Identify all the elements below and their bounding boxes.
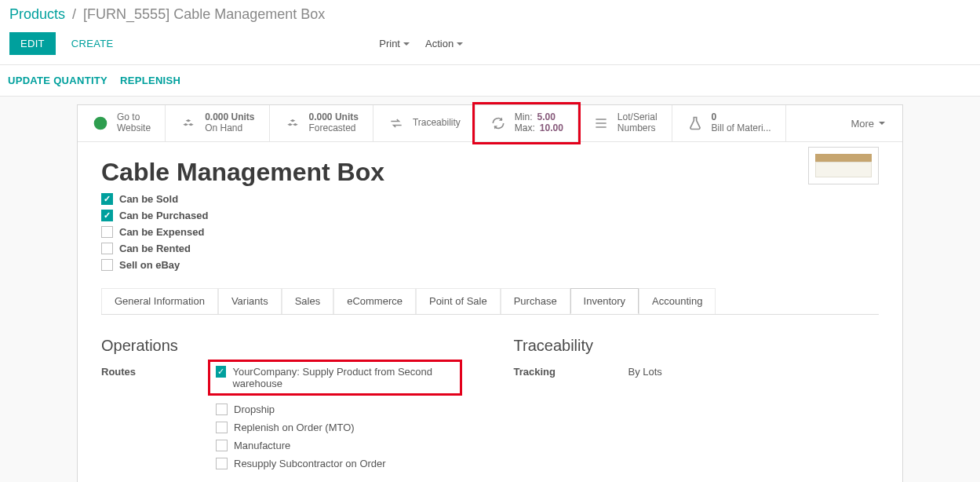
checkbox[interactable] bbox=[216, 458, 228, 469]
tab-accounting[interactable]: Accounting bbox=[639, 288, 716, 314]
more-label: More bbox=[851, 118, 874, 130]
stat-label: Traceability bbox=[413, 118, 461, 129]
flag-label: Can be Expensed bbox=[119, 226, 204, 238]
checkbox[interactable]: ✓ bbox=[101, 193, 113, 205]
stat-value: 0.000 Units bbox=[205, 112, 254, 123]
action-label: Action bbox=[425, 38, 454, 49]
stat-reordering-minmax[interactable]: Min: 5.00 Max: 10.00 bbox=[475, 105, 578, 141]
tab-point-of-sale[interactable]: Point of Sale bbox=[416, 288, 501, 314]
edit-button[interactable]: EDIT bbox=[9, 32, 56, 55]
tracking-field-value: By Lots bbox=[628, 366, 662, 378]
flag-sell-on-ebay: Sell on eBay bbox=[101, 259, 384, 271]
exchange-icon bbox=[388, 115, 405, 132]
route-label: Dropship bbox=[234, 403, 275, 415]
tab-sales[interactable]: Sales bbox=[282, 288, 334, 314]
stat-on-hand[interactable]: 0.000 Units On Hand bbox=[166, 105, 269, 141]
checkbox[interactable] bbox=[101, 243, 113, 254]
flag-label: Sell on eBay bbox=[119, 259, 180, 271]
route-label: Replenish on Order (MTO) bbox=[234, 422, 355, 433]
stat-label: Bill of Materi... bbox=[712, 123, 771, 134]
route-item: Replenish on Order (MTO) bbox=[216, 422, 454, 433]
max-label: Max: bbox=[515, 123, 535, 134]
globe-icon bbox=[92, 115, 109, 132]
route-item: Dropship bbox=[216, 403, 454, 415]
update-quantity-button[interactable]: UPDATE QUANTITY bbox=[8, 75, 107, 86]
checkbox[interactable]: ✓ bbox=[101, 210, 113, 221]
stat-line2: Website bbox=[117, 123, 151, 134]
tab-bar: General InformationVariantsSaleseCommerc… bbox=[101, 288, 879, 315]
stat-line1: Lot/Serial bbox=[618, 112, 658, 123]
chevron-down-icon bbox=[879, 122, 885, 125]
product-image-thumbnail[interactable] bbox=[808, 147, 879, 184]
tab-ecommerce[interactable]: eCommerce bbox=[333, 288, 416, 314]
print-label: Print bbox=[379, 38, 400, 49]
stat-go-to-website[interactable]: Go to Website bbox=[78, 105, 166, 141]
refresh-icon bbox=[490, 115, 507, 132]
page-title: Cable Management Box bbox=[101, 158, 384, 187]
flag-can-be-sold: ✓Can be Sold bbox=[101, 193, 384, 205]
chevron-down-icon bbox=[403, 42, 410, 46]
chevron-down-icon bbox=[457, 42, 463, 46]
stat-line2: Numbers bbox=[618, 123, 658, 134]
routes-field-label: Routes bbox=[101, 366, 180, 378]
route-label: Manufacture bbox=[234, 440, 290, 451]
min-label: Min: bbox=[515, 112, 533, 123]
stat-row: Go to Website 0.000 Units On Hand 0.00 bbox=[78, 105, 902, 142]
flag-label: Can be Sold bbox=[119, 193, 178, 205]
stat-lot-serial[interactable]: Lot/Serial Numbers bbox=[578, 105, 672, 141]
route-item: Manufacture bbox=[216, 440, 454, 451]
stat-bom[interactable]: 0 Bill of Materi... bbox=[672, 105, 786, 141]
checkbox[interactable]: ✓ bbox=[216, 366, 226, 378]
tracking-field-label: Tracking bbox=[514, 366, 592, 378]
route-label: Resupply Subcontractor on Order bbox=[234, 458, 386, 469]
checkbox[interactable] bbox=[216, 403, 228, 415]
operations-heading: Operations bbox=[101, 337, 467, 355]
tab-inventory[interactable]: Inventory bbox=[570, 288, 639, 314]
breadcrumb-root-link[interactable]: Products bbox=[9, 6, 65, 22]
stat-value: 0.000 Units bbox=[309, 112, 359, 123]
flag-label: Can be Rented bbox=[119, 243, 191, 254]
checkbox[interactable] bbox=[101, 226, 113, 238]
bars-icon bbox=[592, 115, 610, 132]
action-dropdown[interactable]: Action bbox=[425, 38, 463, 49]
breadcrumb: Products / [FURN_5555] Cable Management … bbox=[6, 0, 980, 29]
traceability-heading: Traceability bbox=[514, 337, 880, 355]
checkbox[interactable] bbox=[216, 440, 228, 451]
breadcrumb-separator: / bbox=[69, 6, 79, 22]
tab-purchase[interactable]: Purchase bbox=[501, 288, 570, 314]
stat-value: 0 bbox=[712, 112, 771, 123]
route-item: ✓YourCompany: Supply Product from Second… bbox=[209, 361, 461, 394]
min-value: 5.00 bbox=[537, 112, 555, 123]
flag-can-be-purchased: ✓Can be Purchased bbox=[101, 210, 384, 221]
max-value: 10.00 bbox=[540, 123, 563, 134]
checkbox[interactable] bbox=[216, 422, 228, 433]
tab-variants[interactable]: Variants bbox=[218, 288, 282, 314]
stat-label: On Hand bbox=[205, 123, 254, 134]
checkbox[interactable] bbox=[101, 259, 113, 271]
breadcrumb-current: [FURN_5555] Cable Management Box bbox=[83, 6, 325, 22]
flag-can-be-rented: Can be Rented bbox=[101, 243, 384, 254]
cubes-icon bbox=[284, 115, 301, 132]
flag-label: Can be Purchased bbox=[119, 210, 208, 221]
stat-forecasted[interactable]: 0.000 Units Forecasted bbox=[270, 105, 373, 141]
stat-more-dropdown[interactable]: More bbox=[833, 105, 902, 141]
stat-line1: Go to bbox=[117, 112, 151, 123]
flask-icon bbox=[687, 115, 704, 132]
route-label: YourCompany: Supply Product from Second … bbox=[232, 366, 454, 389]
svg-point-0 bbox=[94, 117, 107, 130]
flag-can-be-expensed: Can be Expensed bbox=[101, 226, 384, 238]
replenish-button[interactable]: REPLENISH bbox=[120, 75, 180, 86]
print-dropdown[interactable]: Print bbox=[379, 38, 410, 49]
route-item: Resupply Subcontractor on Order bbox=[216, 458, 454, 469]
tab-general-information[interactable]: General Information bbox=[101, 288, 218, 314]
create-button[interactable]: CREATE bbox=[68, 32, 117, 55]
stat-label: Forecasted bbox=[309, 123, 359, 134]
stat-traceability[interactable]: Traceability bbox=[373, 105, 475, 141]
cubes-icon bbox=[180, 115, 197, 132]
